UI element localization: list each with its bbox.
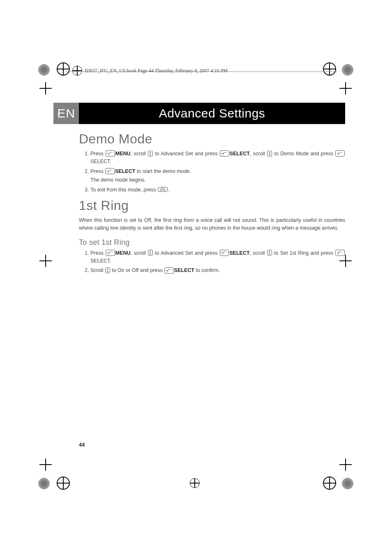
softkey-icon xyxy=(220,150,229,157)
key-label: SELECT xyxy=(174,267,194,273)
section-heading: 1st Ring xyxy=(79,198,345,213)
cropmark-icon xyxy=(39,458,52,471)
key-label: SELECT xyxy=(230,151,250,157)
scroll-key-icon xyxy=(148,250,153,256)
step-subtext: The demo mode begins. xyxy=(90,176,345,184)
cropmark-icon xyxy=(339,82,352,94)
softkey-icon xyxy=(335,150,345,157)
step-item: To exit from this mode, press . xyxy=(90,186,345,194)
cropmark-icon xyxy=(339,458,352,471)
corner-dot-icon xyxy=(38,64,50,76)
softkey-icon xyxy=(220,250,229,256)
page-content: EN Advanced Settings Demo ModePress MENU… xyxy=(53,103,345,279)
cropmark-icon xyxy=(39,255,52,267)
corner-dot-icon xyxy=(342,478,353,489)
registration-mark-icon xyxy=(57,62,70,76)
page-number: 44 xyxy=(79,442,85,448)
step-item: Press MENU, scroll to Advanced Set and p… xyxy=(90,150,345,166)
hangup-key-icon xyxy=(158,187,168,192)
softkey-icon xyxy=(105,168,115,174)
registration-mark-icon xyxy=(323,62,336,76)
registration-mark-icon xyxy=(57,477,70,490)
book-header-line: ID937_IFU_EN_US.book Page 44 Thursday, F… xyxy=(72,66,228,76)
section-heading: Demo Mode xyxy=(79,131,345,147)
registration-mark-icon xyxy=(72,66,82,76)
scroll-key-icon xyxy=(267,151,272,157)
key-label: MENU xyxy=(115,151,131,157)
scroll-key-icon xyxy=(267,250,272,256)
step-item: Scroll to On or Off and press SELECT to … xyxy=(90,267,345,274)
softkey-icon xyxy=(106,150,115,157)
corner-dot-icon xyxy=(38,478,50,489)
step-list: Press MENU, scroll to Advanced Set and p… xyxy=(79,249,345,275)
key-label: SELECT xyxy=(115,168,135,174)
scroll-key-icon xyxy=(148,151,153,157)
step-item: Press MENU, scroll to Advanced Set and p… xyxy=(90,249,345,265)
book-header-text: ID937_IFU_EN_US.book Page 44 Thursday, F… xyxy=(85,68,228,74)
softkey-icon xyxy=(164,267,174,274)
registration-mark-icon xyxy=(190,478,200,488)
softkey-icon xyxy=(335,250,345,256)
step-list: Press MENU, scroll to Advanced Set and p… xyxy=(79,150,345,194)
key-label: SELECT xyxy=(229,250,249,256)
step-item: Press SELECT to start the demo mode.The … xyxy=(90,168,345,184)
corner-dot-icon xyxy=(342,64,353,76)
section-intro: When this function is set to Off, the fi… xyxy=(79,216,345,233)
page-header: EN Advanced Settings xyxy=(53,103,345,124)
scroll-key-icon xyxy=(105,267,110,273)
softkey-icon xyxy=(106,250,115,256)
page-title: Advanced Settings xyxy=(79,103,345,124)
section-subheading: To set 1st Ring xyxy=(79,238,345,247)
cropmark-icon xyxy=(39,82,52,94)
language-badge: EN xyxy=(53,103,79,124)
key-label: MENU xyxy=(115,250,131,256)
registration-mark-icon xyxy=(323,477,336,490)
